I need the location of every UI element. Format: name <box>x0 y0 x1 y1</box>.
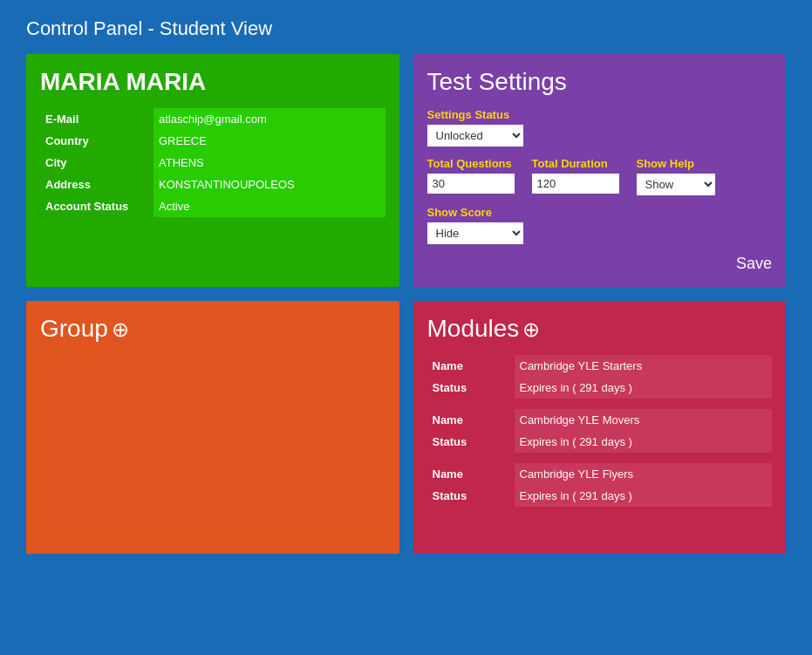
settings-status-label: Settings Status <box>427 108 773 121</box>
save-button[interactable]: Save <box>736 255 772 273</box>
total-questions-label: Total Questions <box>427 157 515 170</box>
group-add-icon[interactable]: ⊕ <box>112 317 129 341</box>
student-name: MARIA MARIA <box>40 68 386 96</box>
module-status-row: Status Expires in ( 291 days ) <box>427 377 773 399</box>
show-score-label: Show Score <box>427 206 773 219</box>
student-field-value: atlaschip@gmail.com <box>154 108 386 130</box>
show-help-col: Show Help Show Hide <box>637 157 715 195</box>
total-questions-input[interactable] <box>427 174 515 194</box>
module-status-value: Expires in ( 291 days ) <box>515 485 773 507</box>
settings-status-select[interactable]: Unlocked Locked <box>427 125 523 147</box>
show-score-select[interactable]: Hide Show <box>427 222 523 244</box>
questions-duration-row: Total Questions Total Duration Show Help… <box>427 157 773 195</box>
show-score-group: Show Score Hide Show <box>427 206 773 244</box>
student-field-label: City <box>40 152 154 174</box>
student-field-label: E-Mail <box>40 108 154 130</box>
show-help-label: Show Help <box>637 157 715 170</box>
module-name-row: Name Cambridge YLE Movers <box>427 409 773 431</box>
student-info-table: E-Mail atlaschip@gmail.com Country GREEC… <box>40 108 386 217</box>
settings-status-group: Settings Status Unlocked Locked <box>427 108 773 147</box>
student-field-label: Address <box>40 174 154 195</box>
student-info-row: E-Mail atlaschip@gmail.com <box>40 108 386 130</box>
student-field-value: GREECE <box>154 130 386 152</box>
module-status-row: Status Expires in ( 291 days ) <box>427 431 773 453</box>
modules-card: Modules⊕ Name Cambridge YLE Starters Sta… <box>413 301 787 554</box>
student-field-label: Country <box>40 130 154 152</box>
student-info-row: Account Status Active <box>40 195 386 217</box>
module-name-value: Cambridge YLE Starters <box>515 355 773 377</box>
module-name-row: Name Cambridge YLE Flyers <box>427 463 773 485</box>
save-row: Save <box>427 255 773 273</box>
student-field-value: KONSTANTINOUPOLEOS <box>154 174 386 195</box>
test-settings-title: Test Settings <box>427 68 773 96</box>
total-duration-input[interactable] <box>532 174 619 194</box>
module-name-label: Name <box>427 463 515 485</box>
student-field-label: Account Status <box>40 195 154 217</box>
module-status-label: Status <box>427 431 515 453</box>
module-name-label: Name <box>427 355 515 377</box>
group-card: Group⊕ <box>26 301 399 554</box>
modules-title: Modules⊕ <box>427 315 773 343</box>
module-spacer <box>427 399 773 409</box>
student-card: MARIA MARIA E-Mail atlaschip@gmail.com C… <box>26 54 399 287</box>
student-field-value: ATHENS <box>154 152 386 174</box>
total-duration-col: Total Duration <box>532 157 619 194</box>
module-status-value: Expires in ( 291 days ) <box>515 431 773 453</box>
main-grid: MARIA MARIA E-Mail atlaschip@gmail.com C… <box>26 54 786 554</box>
show-help-select[interactable]: Show Hide <box>637 174 715 195</box>
module-status-value: Expires in ( 291 days ) <box>515 377 773 399</box>
student-field-value: Active <box>154 195 386 217</box>
page-title: Control Panel - Student View <box>26 17 786 40</box>
module-spacer <box>427 453 773 463</box>
test-settings-card: Test Settings Settings Status Unlocked L… <box>413 54 787 287</box>
modules-add-icon[interactable]: ⊕ <box>522 317 540 341</box>
module-name-value: Cambridge YLE Movers <box>515 409 773 431</box>
group-title: Group⊕ <box>40 315 386 343</box>
total-duration-label: Total Duration <box>532 157 619 170</box>
total-questions-col: Total Questions <box>427 157 515 194</box>
module-status-row: Status Expires in ( 291 days ) <box>427 485 773 507</box>
module-name-label: Name <box>427 409 515 431</box>
student-info-row: Address KONSTANTINOUPOLEOS <box>40 174 386 195</box>
module-status-label: Status <box>427 485 515 507</box>
module-status-label: Status <box>427 377 515 399</box>
student-info-row: Country GREECE <box>40 130 386 152</box>
modules-table: Name Cambridge YLE Starters Status Expir… <box>427 355 773 507</box>
student-info-row: City ATHENS <box>40 152 386 174</box>
module-name-row: Name Cambridge YLE Starters <box>427 355 773 377</box>
module-name-value: Cambridge YLE Flyers <box>515 463 773 485</box>
